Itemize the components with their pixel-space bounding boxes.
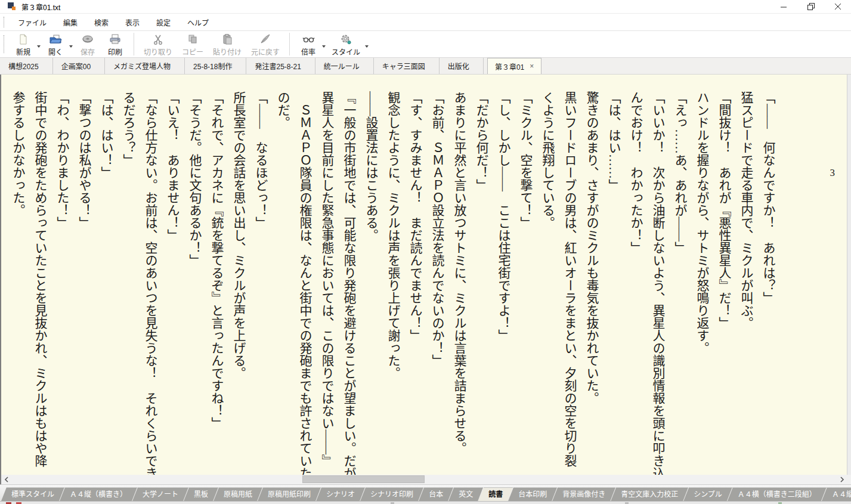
document-tab[interactable]: キャラ三面図 (374, 58, 440, 74)
text-line: 「わ、わかりました！」 (51, 91, 73, 475)
style-tab-label: Ａ４縦（縦書き三段組） (832, 490, 851, 499)
text-line: 「は、はい……」 (602, 91, 624, 475)
scroll-left-button[interactable] (1, 475, 11, 484)
close-button[interactable] (824, 0, 851, 13)
menu-item[interactable]: 表示 (117, 14, 148, 31)
toolbar: 新規 開く 保存 印刷 (0, 31, 851, 58)
text-line: るだろう？」 (117, 91, 139, 475)
tab-close-icon[interactable]: × (530, 62, 534, 70)
title-bar: 第３章01.txt (0, 0, 851, 13)
text-line: 「ミクル、空を撃て！」 (514, 91, 536, 475)
text-line: 「そうだ。他に文句あるか！」 (183, 91, 205, 475)
document-tab[interactable]: 25-8-18制作 (185, 58, 246, 74)
style-tab[interactable]: シンプル (683, 487, 732, 501)
style-tab-label: 台本印刷 (518, 490, 547, 499)
style-tab[interactable]: 読書 (478, 487, 513, 501)
document-tab-label: 企画案00 (61, 61, 91, 71)
bottom-clipped-strip (0, 501, 851, 504)
text-line: あまりに平然と言い放つサトミに、ミクルは言葉を詰まらせる。 (448, 91, 470, 475)
document-tab-label: キャラ三面図 (382, 61, 425, 71)
menu-item[interactable]: 編集 (55, 14, 86, 31)
style-tab-label: 標準スタイル (11, 490, 54, 499)
toolbar-gripper (4, 35, 6, 53)
zoom-rate-button[interactable]: 倍率 (295, 31, 322, 57)
style-tab[interactable]: シナリオ印刷 (360, 487, 423, 501)
style-tab[interactable]: シナリオ (316, 487, 365, 501)
menu-item[interactable]: 設定 (148, 14, 179, 31)
text-line: ――設置法にはこうある。 (360, 91, 382, 475)
style-tab-label: シナリオ (326, 490, 355, 499)
editor-area: 「―― 何なんですか！ あれは？」猛スピードで走る車内で、ミクルが叫ぶ。「間抜け… (0, 75, 851, 475)
document-tab-bar: 構想2025 企画案00 メガミズ登場人物 25-8-18制作 発注書25-8-… (0, 58, 851, 75)
text-line: んでおけ！ わかったか！」 (624, 91, 646, 475)
style-dropdown-arrow-icon[interactable] (365, 45, 369, 50)
new-file-icon (17, 33, 29, 46)
open-button[interactable]: 開く (42, 31, 69, 57)
style-tab[interactable]: 黒板 (184, 487, 218, 501)
document-tab[interactable]: メガミズ登場人物 (105, 58, 185, 74)
text-page[interactable]: 「―― 何なんですか！ あれは？」猛スピードで走る車内で、ミクルが叫ぶ。「間抜け… (1, 75, 847, 475)
style-tab-label: 読書 (488, 490, 503, 499)
menu-item[interactable]: ヘルプ (179, 14, 217, 31)
style-tab[interactable]: 台本 (419, 487, 453, 501)
style-tab-label: シナリオ印刷 (370, 490, 413, 499)
text-line: くように飛翔している。 (536, 91, 558, 475)
restore-button[interactable] (797, 0, 824, 13)
print-button[interactable]: 印刷 (101, 31, 129, 57)
document-tab[interactable]: 出版化 (440, 58, 484, 74)
menu-bar: ファイル編集検索表示設定ヘルプ (0, 13, 851, 31)
text-line: 「なら仕方ない。お前は、空のあいつを見失うな！ それくらいでき (139, 91, 161, 475)
new-button[interactable]: 新規 (10, 31, 37, 57)
right-scroll-gutter[interactable] (847, 75, 851, 475)
style-tab-label: Ａ４横（横書き二段組） (738, 490, 816, 499)
text-line: 猛スピードで走る車内で、ミクルが叫ぶ。 (735, 91, 757, 475)
style-tab[interactable]: Ａ４縦（縦書き三段組） (822, 487, 851, 501)
copy-button: コピー (177, 31, 208, 57)
cut-button: 切り取り (139, 31, 177, 57)
open-dropdown-arrow-icon[interactable] (69, 45, 73, 50)
text-line: 『一般の市街地では、可能な限り発砲を避けることが望ましい。だが (338, 91, 360, 475)
horizontal-scrollbar[interactable] (0, 475, 851, 484)
document-tab-label: 出版化 (448, 61, 469, 71)
style-tab[interactable]: 青空文庫入力校正 (611, 487, 688, 501)
document-tab[interactable]: 発注書25-8-21 (246, 58, 315, 74)
open-folder-icon (49, 33, 62, 46)
document-tab[interactable]: 統一ルール (315, 58, 374, 74)
style-button[interactable]: スタイル (327, 31, 365, 57)
scroll-right-button[interactable] (837, 475, 847, 484)
style-tab[interactable]: 英文 (448, 487, 483, 501)
scrollbar-thumb[interactable] (302, 475, 425, 483)
clipboard-icon (221, 33, 233, 46)
menu-items: ファイル編集検索表示設定ヘルプ (10, 14, 217, 31)
style-tab[interactable]: 原稿用紙印刷 (258, 487, 321, 501)
menu-item[interactable]: 検索 (86, 14, 117, 31)
document-tab[interactable]: 構想2025 (0, 58, 53, 74)
edit-group: 切り取り コピー 貼り付け 元に戻す (139, 31, 284, 57)
text-line: 「間抜け！ あれが『悪性異星人』だ！」 (713, 91, 735, 475)
undo-button: 元に戻す (246, 31, 284, 57)
menu-item[interactable]: ファイル (10, 14, 55, 31)
style-tab[interactable]: 大学ノート (132, 487, 188, 501)
style-tab-label: Ａ４縦（横書き） (70, 490, 127, 499)
document-tab-label: メガミズ登場人物 (113, 61, 171, 71)
document-tab[interactable]: 第３章01 × (487, 58, 541, 74)
style-tab[interactable]: Ａ４縦（横書き） (60, 487, 137, 501)
document-tab[interactable]: 企画案00 (53, 58, 105, 74)
toolbar-gripper (4, 17, 6, 27)
scissors-icon (152, 33, 164, 46)
text-line: 参するしかなかった。 (7, 91, 29, 475)
style-tab[interactable]: Ａ４横（横書き二段組） (728, 487, 827, 501)
text-line: ＳＭＡＰＯ隊員の権限は、なんと街中での発砲までも許されていた (293, 91, 315, 475)
style-tab[interactable]: 標準スタイル (1, 487, 64, 501)
style-tab[interactable]: 台本印刷 (508, 487, 557, 501)
document-tab-label: 25-8-18制作 (193, 61, 232, 71)
save-disk-icon (81, 33, 94, 46)
text-line: 「だから何だ！」 (470, 91, 492, 475)
text-line: 黒いフードローブの男は、紅いオーラをまとい、夕刻の空を切り裂 (558, 91, 580, 475)
minimize-button[interactable] (770, 0, 797, 13)
style-tab[interactable]: 原稿用紙 (213, 487, 262, 501)
new-dropdown-arrow-icon[interactable] (37, 45, 41, 50)
style-tab[interactable]: 背景画像付き (552, 487, 615, 501)
style-tab-label: 青空文庫入力校正 (621, 490, 678, 499)
zoom-dropdown-arrow-icon[interactable] (322, 45, 326, 50)
